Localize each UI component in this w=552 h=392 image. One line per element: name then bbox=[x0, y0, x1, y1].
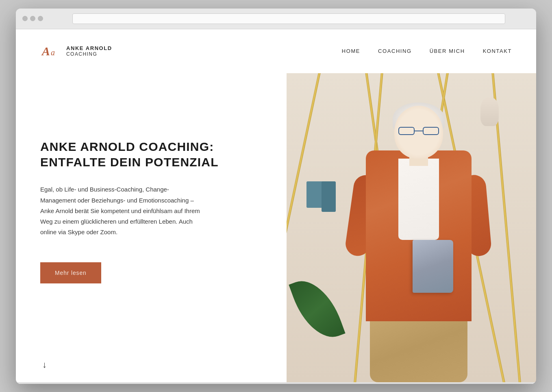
hero-photo-area bbox=[287, 73, 536, 382]
nav-coaching[interactable]: COACHING bbox=[378, 48, 412, 54]
glasses-left bbox=[398, 127, 415, 135]
decor-box-2 bbox=[322, 181, 336, 212]
logo-subtitle: COACHING bbox=[66, 51, 112, 57]
hero-title-line1: ANKE ARNOLD COACHING: bbox=[40, 140, 214, 153]
logo-name: ANKE ARNOLD bbox=[66, 45, 112, 51]
nav-home[interactable]: HOME bbox=[342, 48, 360, 54]
mehr-lesen-button[interactable]: Mehr lesen bbox=[40, 262, 101, 283]
logo-icon: A a bbox=[40, 41, 61, 62]
scroll-down-arrow[interactable]: ↓ bbox=[42, 359, 47, 370]
site-footer bbox=[16, 382, 536, 384]
person-figure bbox=[346, 106, 492, 382]
browser-chrome bbox=[16, 9, 536, 29]
site-header: A a ANKE ARNOLD COACHING HOME COACHING Ü… bbox=[16, 29, 536, 73]
hero-description: Egal, ob Life- und Business-Coaching, Ch… bbox=[40, 184, 203, 237]
person-glasses bbox=[398, 127, 439, 135]
nav-kontakt[interactable]: KONTAKT bbox=[483, 48, 512, 54]
logo-area[interactable]: A a ANKE ARNOLD COACHING bbox=[40, 41, 112, 62]
browser-dots bbox=[22, 16, 43, 21]
site-nav: HOME COACHING ÜBER MICH KONTAKT bbox=[342, 48, 512, 54]
glasses-right bbox=[423, 127, 439, 135]
person-book bbox=[413, 240, 453, 293]
hero-title: ANKE ARNOLD COACHING: ENTFALTE DEIN POTE… bbox=[40, 139, 262, 170]
dot-close[interactable] bbox=[22, 16, 28, 21]
svg-text:a: a bbox=[51, 48, 55, 57]
hero-photo bbox=[287, 73, 536, 382]
address-bar[interactable] bbox=[72, 13, 505, 24]
glasses-bridge bbox=[415, 131, 423, 131]
person-shirt bbox=[398, 159, 439, 240]
logo-text: ANKE ARNOLD COACHING bbox=[66, 45, 112, 57]
hero-title-line2: ENTFALTE DEIN POTENZIAL bbox=[40, 155, 219, 169]
svg-text:A: A bbox=[41, 44, 50, 58]
hero-content-left: ANKE ARNOLD COACHING: ENTFALTE DEIN POTE… bbox=[16, 73, 287, 382]
dot-minimize[interactable] bbox=[30, 16, 35, 21]
browser-window: A a ANKE ARNOLD COACHING HOME COACHING Ü… bbox=[16, 9, 536, 384]
site-main: ANKE ARNOLD COACHING: ENTFALTE DEIN POTE… bbox=[16, 73, 536, 382]
website-content: A a ANKE ARNOLD COACHING HOME COACHING Ü… bbox=[16, 29, 536, 384]
dot-maximize[interactable] bbox=[38, 16, 43, 21]
nav-ueber-mich[interactable]: ÜBER MICH bbox=[430, 48, 465, 54]
